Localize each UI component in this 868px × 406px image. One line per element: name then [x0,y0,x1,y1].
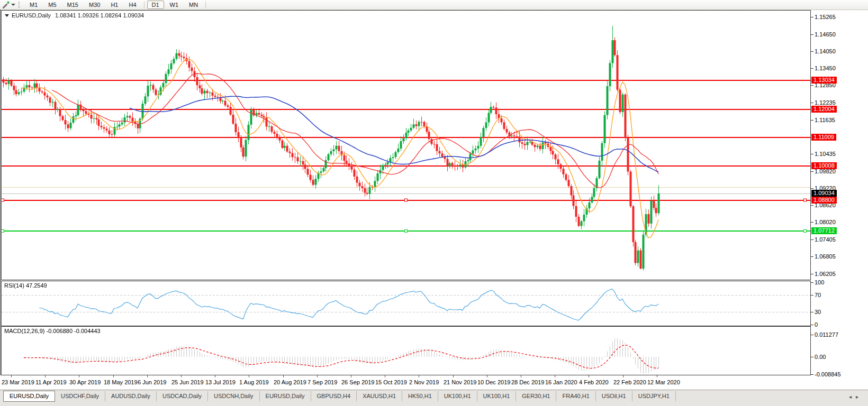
price-axis-tick-label: 1.08020 [815,219,865,225]
time-axis-tick [623,375,623,377]
price-axis-tick [811,103,813,103]
chart-window-left-border [0,10,1,390]
time-axis-tick [521,375,521,377]
rsi-axis-tick [811,312,813,312]
terminal-window: M1M5M15M30H1H4D1W1MN EURUSD,Daily 1.0834… [0,0,868,406]
rsi-label: RSI(14) 47.2549 [4,282,47,289]
time-axis-label: 7 Sep 2019 [308,379,337,385]
price-chart-pane[interactable]: EURUSD,Daily 1.08341 1.09326 1.08264 1.0… [1,10,811,280]
price-axis-tick [811,239,813,240]
time-axis-tick [215,375,215,377]
time-axis-label: 26 Sep 2019 [341,379,374,385]
chart-tab[interactable]: EURUSD,Daily [260,391,311,401]
timeframe-button-d1[interactable]: D1 [147,1,164,9]
price-axis-tick-label: 1.06805 [815,253,865,260]
macd-axis-tick-label: -0.008845 [815,371,865,377]
time-axis-label: 28 Dec 2019 [511,379,544,385]
price-axis-tick [811,205,813,206]
macd-indicator-pane[interactable]: MACD(12,26,9) -0.006880 -0.004443 [1,326,811,375]
price-axis-tick [811,188,813,189]
timeframe-button-w1[interactable]: W1 [165,1,184,9]
chart-tab[interactable]: USOil,H1 [596,391,632,401]
toolbar-grip[interactable] [19,2,21,8]
chart-tab[interactable]: USDCHF,Daily [55,391,105,401]
time-axis-label: 13 Jul 2019 [205,379,236,385]
time-axis-tick [317,375,318,377]
chart-ohlc-values: 1.08341 1.09326 1.08264 1.09034 [55,12,144,19]
chart-tab[interactable]: AUDUSD,Daily [105,391,157,401]
timeframe-toolbar: M1M5M15M30H1H4D1W1MN [0,0,868,10]
chart-tab[interactable]: GER30,H1 [516,391,556,401]
rsi-axis-tick-label: 30 [815,309,865,315]
time-axis-label: 25 Jun 2019 [171,379,204,385]
timeframe-button-h1[interactable]: H1 [106,1,123,9]
time-axis-label: 16 Jan 2020 [545,379,577,385]
tab-scroll-right-icon[interactable]: ▸ [856,394,863,400]
time-axis-tick [657,375,657,377]
rsi-axis-tick [811,295,813,296]
chart-tab[interactable]: XAUUSD,H1 [357,391,402,401]
time-axis-label: 10 Dec 2019 [477,379,510,385]
chart-tab[interactable]: USDCNH,Daily [208,391,260,401]
price-axis-tick-label: 1.11635 [815,117,865,123]
time-axis-tick [181,375,182,377]
macd-axis-tick-label: 0.00 [815,354,865,360]
draw-tool-dropdown-caret[interactable] [11,4,15,6]
price-axis-tick-label: 1.10435 [815,151,865,157]
timeframe-button-mn[interactable]: MN [184,1,203,9]
tab-scroll-arrows[interactable]: ◂▸ [849,394,863,400]
chart-tab[interactable]: UK100,H1 [438,391,477,401]
time-axis-tick [147,375,148,377]
time-axis-label: 4 Feb 2020 [579,379,609,385]
toolbar-separator [144,1,144,8]
time-axis-tick [555,375,555,377]
chart-tab[interactable]: UK100,H1 [477,391,517,401]
chart-tab[interactable]: USDCAD,Daily [157,391,208,401]
timeframe-button-h4[interactable]: H4 [124,1,141,9]
macd-axis-tick [811,357,813,357]
time-axis-label: 22 Feb 2020 [613,379,646,385]
time-axis-tick [385,375,385,377]
time-axis-label: 1 Aug 2019 [239,379,269,385]
candlestick-chart-canvas[interactable] [2,11,810,280]
chart-tab[interactable]: USDJPY,H1 [632,391,676,401]
price-axis-tick [811,274,813,274]
rsi-axis-tick [811,282,813,283]
chart-tab[interactable]: HK50,H1 [402,391,438,401]
time-axis-tick [487,375,487,377]
level-price-label: 1.08800 [811,197,837,204]
price-axis-tick-label: 1.06205 [815,271,865,277]
chart-tab[interactable]: GBPUSD,H4 [311,391,357,401]
timeframe-button-m15[interactable]: M15 [62,1,83,9]
toolbar-separator [205,1,206,8]
chart-tab[interactable]: FRA40,H1 [556,391,595,401]
price-axis-tick [811,154,813,154]
timeframe-button-m5[interactable]: M5 [43,1,61,9]
time-axis-tick [589,375,589,377]
time-axis-label: 2 Nov 2019 [409,379,439,385]
rsi-axis-tick-label: 0 [815,321,865,328]
time-axis-tick [45,375,46,377]
time-axis-label: 21 Nov 2019 [444,379,476,385]
draw-tool-icon[interactable] [2,1,10,8]
price-axis-tick-label: 1.15265 [815,14,865,20]
macd-label: MACD(12,26,9) -0.006880 -0.004443 [4,328,101,334]
time-axis: 23 Mar 201911 Apr 201930 Apr 201918 May … [0,375,868,390]
tab-scroll-left-icon[interactable]: ◂ [849,394,856,400]
rsi-canvas[interactable] [2,281,810,326]
price-axis-tick-label: 1.07405 [815,236,865,243]
rsi-axis-tick [811,325,813,325]
rsi-indicator-pane[interactable]: RSI(14) 47.2549 [1,281,811,326]
timeframe-button-m1[interactable]: M1 [25,1,42,9]
time-axis-label: 30 Apr 2019 [69,379,101,385]
macd-axis-tick [811,374,813,375]
timeframe-button-m30[interactable]: M30 [84,1,105,9]
macd-axis-tick-label: 0.011277 [815,331,865,338]
price-axis-tick [811,120,813,121]
chart-tab[interactable]: EURUSD,Daily [3,391,55,402]
chart-symbol-label: EURUSD,Daily [12,12,51,19]
time-axis-label: 15 Oct 2019 [375,379,407,385]
time-axis-tick [249,375,249,377]
chart-collapse-caret-icon[interactable] [5,14,9,17]
macd-canvas[interactable] [2,327,810,375]
